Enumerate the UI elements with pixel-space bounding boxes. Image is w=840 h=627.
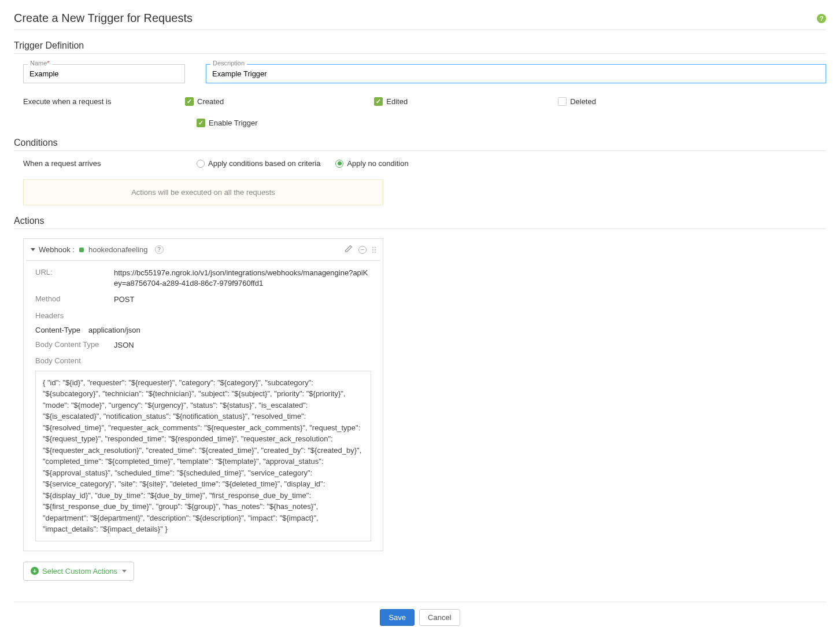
headers-label: Headers [35,311,114,320]
caret-down-icon[interactable] [31,248,35,251]
checkbox-deleted-label: Deleted [570,97,596,106]
name-label: Name* [28,60,52,67]
drag-handle-icon[interactable] [372,247,376,253]
webhook-name: hookedonafeeling [88,245,148,254]
body-content-value: { "id": "${id}", "requester": "${request… [35,371,371,541]
help-icon[interactable]: ? [817,14,826,23]
checkbox-created[interactable] [185,97,194,106]
checkbox-enable-trigger[interactable] [197,119,205,127]
conditions-arrive-label: When a request arrives [23,159,197,168]
body-content-label: Body Content [35,356,114,365]
name-input[interactable] [23,64,185,83]
url-value: https://bc55197e.ngrok.io/v1/json/integr… [114,268,371,289]
webhook-card: Webhook : hookedonafeeling ? − [23,238,383,551]
description-label: Description [210,60,247,67]
method-label: Method [35,294,114,305]
header-key: Content-Type [35,326,88,334]
webhook-help-icon[interactable]: ? [155,245,164,254]
conditions-notice: Actions will be executed on all the requ… [23,179,383,205]
status-dot-icon [79,248,84,252]
method-value: POST [114,294,371,305]
checkbox-edited[interactable] [374,97,383,106]
checkbox-created-label: Created [197,97,224,106]
description-input[interactable] [206,64,826,83]
select-actions-label: Select Custom Actions [42,567,117,576]
section-actions: Actions [14,216,826,229]
page-title: Create a New Trigger for Requests [14,12,193,25]
enable-trigger-label: Enable Trigger [209,119,258,127]
radio-apply-none[interactable]: Apply no condition [335,159,408,168]
webhook-prefix: Webhook : [39,245,75,254]
header-value: application/json [88,326,140,334]
select-custom-actions-button[interactable]: + Select Custom Actions [23,562,134,581]
body-type-label: Body Content Type [35,340,114,351]
url-label: URL: [35,268,114,289]
remove-icon[interactable]: − [358,246,367,254]
body-type-value: JSON [114,340,371,351]
radio-none-label: Apply no condition [347,159,408,168]
checkbox-edited-label: Edited [386,97,408,106]
section-trigger-definition: Trigger Definition [14,40,826,54]
radio-apply-criteria[interactable]: Apply conditions based on criteria [197,159,320,168]
section-conditions: Conditions [14,138,826,151]
plus-icon: + [31,567,39,575]
edit-icon[interactable] [345,245,353,255]
chevron-down-icon [122,570,127,573]
save-button[interactable]: Save [380,609,415,626]
radio-criteria-label: Apply conditions based on criteria [208,159,320,168]
execute-label: Execute when a request is [23,97,185,106]
cancel-button[interactable]: Cancel [419,609,460,626]
checkbox-deleted[interactable] [558,97,567,106]
